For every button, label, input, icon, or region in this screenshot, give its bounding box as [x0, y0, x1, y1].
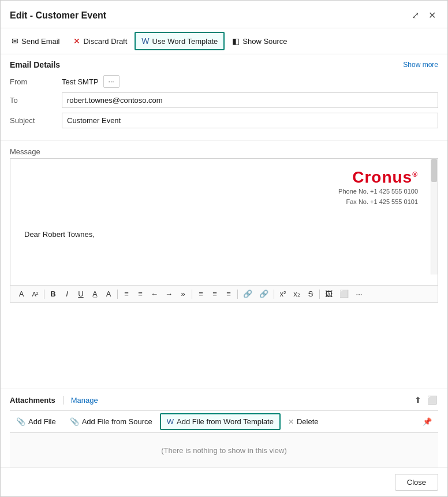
attachments-header-icons: ⬆ ⬜	[413, 394, 438, 406]
subscript-button[interactable]: x₂	[290, 288, 303, 300]
indent-button[interactable]: →	[162, 288, 176, 300]
show-source-icon: ◧	[232, 36, 240, 46]
scrollbar-thumb[interactable]	[431, 159, 437, 182]
superscript-button[interactable]: x²	[277, 288, 289, 300]
word-template-icon: W	[167, 417, 174, 426]
message-area: Cronus® Phone No. +1 425 555 0100 Fax No…	[10, 158, 438, 285]
show-more-link[interactable]: Show more	[403, 61, 438, 69]
dialog-title: Edit - Customer Event	[10, 10, 106, 21]
show-source-button[interactable]: ◧ Show Source	[226, 32, 293, 50]
close-button[interactable]: Close	[395, 474, 438, 491]
message-content[interactable]: Cronus® Phone No. +1 425 555 0100 Fax No…	[10, 159, 438, 275]
message-greeting: Dear Robert Townes,	[22, 230, 426, 239]
from-text: Test SMTP	[62, 77, 99, 86]
bold-button[interactable]: B	[47, 288, 59, 300]
add-file-from-word-template-label: Add File from Word Template	[177, 417, 274, 426]
phone-label: Phone No.	[338, 188, 368, 195]
attachments-toolbar: 📎 Add File 📎 Add File from Source W Add …	[10, 410, 438, 433]
delete-icon: ✕	[288, 418, 294, 426]
insert-image-button[interactable]: 🖼	[322, 288, 335, 300]
blockquote-button[interactable]: »	[177, 288, 189, 300]
align-left-button[interactable]: ≡	[195, 288, 207, 300]
strikethrough-button[interactable]: S	[304, 288, 317, 300]
font-size-button[interactable]: A	[15, 288, 28, 300]
scrollbar-track	[431, 159, 438, 275]
dialog-footer: Close	[1, 468, 447, 496]
add-file-source-icon: 📎	[70, 417, 79, 426]
pin-icon: 📌	[423, 417, 432, 426]
close-dialog-button[interactable]: ✕	[426, 9, 438, 22]
send-email-icon: ✉	[12, 36, 18, 46]
from-value: Test SMTP ···	[62, 75, 438, 88]
delete-attachment-button[interactable]: ✕ Delete	[282, 414, 325, 429]
unlink-button[interactable]: 🔗	[256, 288, 271, 300]
insert-table-button[interactable]: ⬜	[337, 288, 352, 300]
add-file-from-source-button[interactable]: 📎 Add File from Source	[64, 414, 159, 429]
to-input[interactable]	[62, 92, 438, 108]
phone-value: +1 425 555 0100	[370, 188, 418, 195]
align-button[interactable]: ≡	[120, 288, 133, 300]
use-word-template-button[interactable]: W Use Word Template	[135, 32, 225, 50]
from-row: From Test SMTP ···	[10, 75, 438, 88]
dialog-header: Edit - Customer Event ⤢ ✕	[1, 1, 447, 28]
superscript-a-button[interactable]: A²	[29, 289, 42, 299]
add-file-from-source-label: Add File from Source	[82, 417, 152, 426]
font-color-button[interactable]: A	[102, 288, 115, 300]
message-label: Message	[10, 147, 438, 156]
send-email-label: Send Email	[21, 37, 59, 46]
fax-value: +1 425 555 0101	[370, 198, 418, 205]
add-file-from-word-template-button[interactable]: W Add File from Word Template	[160, 413, 281, 430]
discard-draft-button[interactable]: ✕ Discard Draft	[67, 32, 133, 50]
cronus-logo: Cronus®	[22, 168, 418, 187]
expand-button[interactable]: ⤢	[409, 9, 421, 22]
to-label: To	[10, 96, 62, 105]
pin-button[interactable]: 📌	[416, 414, 438, 429]
delete-label: Delete	[297, 417, 319, 426]
align-center-button[interactable]: ≡	[208, 288, 221, 300]
from-label: From	[10, 77, 62, 86]
email-details-header: Email Details Show more	[10, 60, 438, 69]
manage-link[interactable]: Manage	[64, 396, 98, 405]
more-options-button[interactable]: ···	[353, 288, 365, 300]
add-file-button[interactable]: 📎 Add File	[10, 414, 62, 429]
discard-draft-icon: ✕	[73, 36, 80, 46]
add-file-label: Add File	[28, 417, 56, 426]
toolbar-separator-5	[274, 290, 274, 299]
italic-button[interactable]: I	[61, 288, 73, 300]
subject-row: Subject	[10, 113, 438, 128]
add-file-icon: 📎	[16, 417, 25, 426]
divider	[1, 140, 447, 140]
rich-text-toolbar: A A² B I U A̲ A ≡ ≡ ← → » ≡ ≡ ≡ 🔗 🔗 x² x…	[10, 285, 438, 303]
cronus-contact: Phone No. +1 425 555 0100 Fax No. +1 425…	[22, 187, 426, 207]
send-email-button[interactable]: ✉ Send Email	[5, 32, 66, 50]
subject-input[interactable]	[62, 113, 438, 128]
attachments-title: Attachments	[10, 396, 64, 405]
bullet-list-button[interactable]: ≡	[134, 288, 147, 300]
align-right-button[interactable]: ≡	[222, 288, 235, 300]
to-row: To	[10, 92, 438, 108]
message-section: Message Cronus® Phone No. +1 425 555 010…	[1, 147, 447, 382]
from-more-button[interactable]: ···	[103, 75, 120, 88]
use-word-template-icon: W	[141, 36, 149, 46]
fax-label: Fax No.	[346, 198, 369, 205]
use-word-template-label: Use Word Template	[152, 37, 218, 46]
toolbar-separator-3	[192, 290, 192, 299]
toolbar-separator-4	[237, 290, 238, 299]
email-details-section: Email Details Show more From Test SMTP ·…	[1, 54, 447, 133]
subject-label: Subject	[10, 116, 62, 125]
underline-button[interactable]: U	[74, 288, 87, 300]
discard-draft-label: Discard Draft	[83, 37, 127, 46]
toolbar-separator-2	[117, 290, 118, 299]
cronus-reg: ®	[412, 170, 418, 179]
cronus-header: Cronus®	[22, 168, 426, 187]
link-button[interactable]: 🔗	[240, 288, 255, 300]
highlight-button[interactable]: A̲	[88, 288, 101, 300]
edit-dialog: Edit - Customer Event ⤢ ✕ ✉ Send Email ✕…	[0, 0, 448, 497]
email-details-title: Email Details	[10, 60, 60, 69]
header-icons: ⤢ ✕	[409, 9, 438, 22]
toolbar-separator-1	[44, 290, 44, 299]
outdent-button[interactable]: ←	[148, 288, 161, 300]
upload-icon-button[interactable]: ⬆	[413, 394, 423, 406]
attachments-section: Attachments Manage ⬆ ⬜ 📎 Add File 📎 Add …	[1, 388, 447, 468]
download-icon-button[interactable]: ⬜	[426, 394, 438, 406]
